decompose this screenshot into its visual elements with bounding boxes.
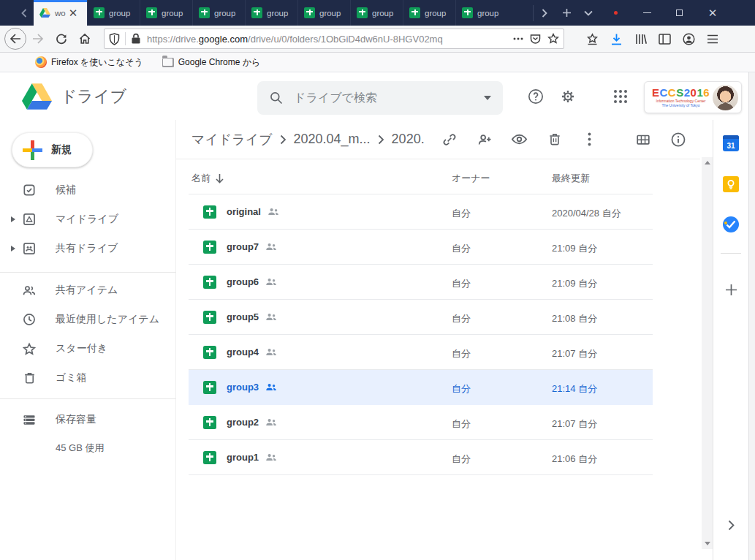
search-box[interactable]	[257, 81, 503, 115]
sidebar-item-shared-with-me[interactable]: 共有アイテム	[0, 276, 176, 305]
scroll-up-icon[interactable]	[705, 161, 710, 164]
collapse-panel-button[interactable]	[722, 516, 740, 534]
details-button[interactable]	[669, 131, 687, 148]
window-minimize-button[interactable]	[631, 0, 662, 26]
more-actions-button[interactable]	[581, 131, 599, 148]
tab-group[interactable]: group	[192, 0, 245, 26]
file-row[interactable]: group6自分21:09 自分	[189, 265, 653, 300]
preview-button[interactable]	[511, 131, 528, 148]
file-row[interactable]: group2自分21:07 自分	[189, 405, 653, 440]
help-button[interactable]	[527, 88, 545, 105]
tasks-app-button[interactable]	[722, 216, 740, 233]
avatar[interactable]	[713, 85, 738, 110]
list-tabs-button[interactable]	[577, 0, 599, 26]
get-link-button[interactable]	[441, 131, 458, 148]
highlights-button[interactable]	[583, 30, 601, 48]
file-row[interactable]: original自分2020/04/28 自分	[189, 194, 653, 230]
window-maximize-button[interactable]	[662, 0, 696, 26]
expand-arrow-icon[interactable]	[11, 216, 15, 222]
share-button[interactable]	[476, 131, 493, 148]
reload-button[interactable]	[50, 27, 73, 50]
trash-icon	[547, 132, 562, 147]
tab-group[interactable]: group	[297, 0, 350, 26]
window-close-button[interactable]: ✕	[696, 0, 729, 26]
tab-group[interactable]: group	[87, 0, 140, 26]
pocket-button[interactable]	[530, 34, 541, 45]
tab-close-icon[interactable]: ✕	[69, 7, 78, 18]
tab-scroll-left-button[interactable]	[0, 0, 34, 26]
library-button[interactable]	[631, 30, 649, 48]
search-options-caret-icon[interactable]	[484, 96, 491, 100]
breadcrumb-folder-parent[interactable]: 2020.04_m...	[294, 132, 371, 147]
apps-grid-button[interactable]	[612, 88, 629, 105]
tab-group[interactable]: group	[455, 0, 508, 26]
sidebars-button[interactable]	[656, 30, 673, 48]
sidebar-item-my-drive[interactable]: マイドライブ	[0, 205, 176, 234]
bookmark-star-button[interactable]	[547, 33, 559, 45]
expand-arrow-icon[interactable]	[11, 246, 15, 251]
file-row[interactable]: group5自分21:08 自分	[189, 300, 653, 335]
sidebar-item-recent[interactable]: 最近使用したアイテム	[0, 305, 176, 334]
file-row[interactable]: group1自分21:06 自分	[189, 440, 653, 475]
breadcrumb-chevron-icon	[280, 135, 287, 145]
column-header-name[interactable]: 名前	[191, 172, 224, 185]
url-bar[interactable]: https://drive.google.com/drive/u/0/folde…	[104, 29, 564, 49]
back-button[interactable]	[4, 28, 26, 50]
file-name: group4	[227, 347, 277, 357]
file-row[interactable]: group3自分21:14 自分	[189, 370, 653, 405]
file-list-area: マイドライブ 2020.04_m... 2020.	[176, 120, 700, 560]
drive-logo[interactable]	[22, 83, 52, 110]
search-input[interactable]	[294, 91, 484, 105]
keep-app-button[interactable]	[722, 175, 740, 193]
tab-group[interactable]: group	[350, 0, 403, 26]
account-badge[interactable]: ECCS2016 Information Technology Center T…	[644, 81, 742, 113]
file-name: group7	[227, 241, 277, 252]
sidebar-item-shared-drives[interactable]: 共有ドライブ	[0, 234, 176, 263]
breadcrumb-folder-current[interactable]: 2020.	[392, 132, 425, 147]
file-row[interactable]: group7自分21:09 自分	[189, 230, 653, 265]
settings-button[interactable]	[559, 88, 577, 105]
file-modified: 21:06 自分	[552, 453, 597, 466]
breadcrumb-my-drive[interactable]: マイドライブ	[191, 131, 273, 148]
file-modified: 21:09 自分	[552, 242, 597, 255]
forward-button[interactable]	[26, 27, 50, 50]
content-scrollbar[interactable]	[702, 157, 713, 549]
more-vert-icon	[588, 132, 591, 146]
tracking-shield-icon	[109, 33, 120, 45]
tab-group[interactable]: group	[140, 0, 192, 26]
home-button[interactable]	[73, 27, 96, 50]
sidebar-item-trash[interactable]: ゴミ箱	[0, 363, 176, 393]
grid-view-button[interactable]	[634, 131, 652, 148]
minimize-icon	[643, 12, 651, 14]
tab-scroll-right-button[interactable]	[534, 0, 555, 26]
column-header-modified[interactable]: 最終更新	[552, 172, 590, 185]
file-row[interactable]: group4自分21:07 自分	[189, 335, 653, 370]
scroll-down-icon[interactable]	[705, 542, 710, 545]
bookmark-firefox[interactable]: Firefox を使いこなそう	[35, 56, 143, 69]
active-tab[interactable]: wo ✕	[34, 0, 87, 26]
sidebar-item-storage[interactable]: 保存容量	[0, 405, 176, 434]
sidebar-divider	[0, 398, 176, 399]
tab-title: group	[319, 9, 341, 18]
menu-button[interactable]	[704, 30, 721, 48]
sheets-file-icon	[203, 381, 216, 394]
add-addon-button[interactable]	[722, 281, 740, 298]
new-tab-button[interactable]	[555, 0, 577, 26]
window-scrollbar[interactable]	[748, 72, 755, 560]
multicolor-plus-icon	[23, 140, 42, 160]
tab-group[interactable]: group	[403, 0, 455, 26]
tab-group[interactable]: group	[245, 0, 297, 26]
delete-button[interactable]	[546, 131, 564, 148]
sidebar-item-priority[interactable]: 候補	[0, 175, 176, 205]
downloads-button[interactable]	[607, 30, 625, 48]
account-button[interactable]	[680, 30, 697, 48]
new-button[interactable]: 新規	[12, 132, 93, 167]
bookmark-folder-chrome[interactable]: Google Chrome から	[162, 56, 261, 69]
sheets-file-icon	[203, 205, 216, 219]
page-actions-button[interactable]	[513, 37, 523, 40]
column-header-owner[interactable]: オーナー	[452, 172, 490, 185]
calendar-app-button[interactable]: 31	[722, 135, 740, 152]
tab-title: group	[214, 9, 235, 18]
drive-favicon-icon	[39, 8, 50, 18]
sidebar-item-starred[interactable]: スター付き	[0, 334, 176, 363]
